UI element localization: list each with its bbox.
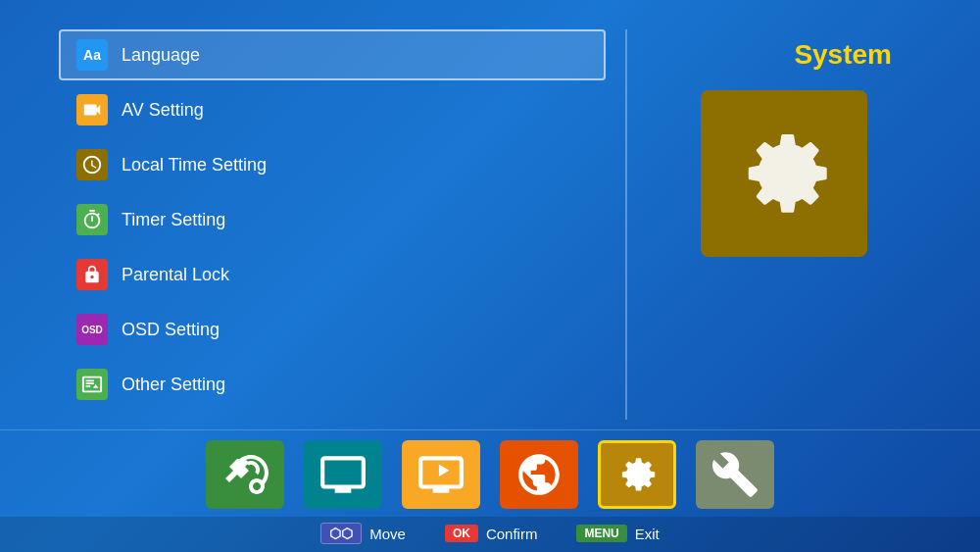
internet-button[interactable] [500,440,578,509]
right-panel: System [647,29,921,420]
menu-status: MENU Exit [576,525,659,542]
menu-panel: Aa Language AV Setting Local Time Settin… [59,29,606,420]
menu-item-av[interactable]: AV Setting [59,84,606,135]
move-badge: ⬡⬡ [320,523,362,544]
status-bar: ⬡⬡ Move OK Confirm MENU Exit [0,517,980,552]
menu-item-time[interactable]: Local Time Setting [59,139,606,190]
satellite-button[interactable] [206,440,284,509]
menu-item-time-label: Local Time Setting [122,155,267,176]
move-label: Move [369,526,406,542]
osd-icon: OSD [76,314,108,345]
main-container: Aa Language AV Setting Local Time Settin… [0,0,980,552]
system-icon-box [701,90,867,257]
system-title: System [794,39,892,71]
ok-label: Confirm [486,526,538,542]
lock-icon [76,259,108,290]
timer-icon [76,204,108,235]
menu-item-osd-label: OSD Setting [122,320,220,340]
menu-item-lock[interactable]: Parental Lock [59,249,606,300]
gear-svg-icon [725,115,843,232]
av-icon [76,94,108,125]
menu-item-lock-label: Parental Lock [122,265,229,285]
menu-item-timer[interactable]: Timer Setting [59,194,606,245]
content-area: Aa Language AV Setting Local Time Settin… [0,0,980,429]
other-icon [76,369,108,400]
menu-item-other[interactable]: Other Setting [59,359,606,410]
tools-button[interactable] [696,440,774,509]
menu-item-osd[interactable]: OSD OSD Setting [59,304,606,355]
ok-badge: OK [445,525,478,542]
time-icon [76,149,108,180]
menu-label: Exit [635,526,660,542]
menu-item-language-label: Language [122,45,200,66]
system-button[interactable] [598,440,676,509]
menu-item-timer-label: Timer Setting [122,210,225,230]
media-button[interactable] [402,440,480,509]
language-icon: Aa [76,39,108,71]
divider [625,29,627,420]
bottom-icons-area [0,429,980,517]
tv-button[interactable] [304,440,382,509]
move-status: ⬡⬡ Move [320,523,406,544]
menu-item-other-label: Other Setting [122,375,225,395]
menu-item-av-label: AV Setting [122,100,204,121]
ok-status: OK Confirm [445,525,538,542]
menu-badge: MENU [576,525,626,542]
menu-item-language[interactable]: Aa Language [59,29,606,80]
